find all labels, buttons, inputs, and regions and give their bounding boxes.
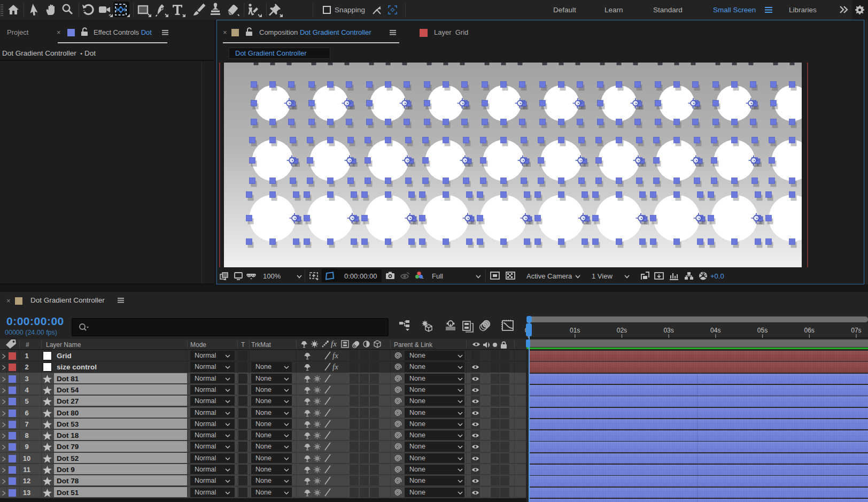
svg-text:03s: 03s: [663, 327, 673, 334]
svg-text:05s: 05s: [757, 327, 768, 334]
svg-text:06s: 06s: [804, 327, 815, 334]
svg-text:01s: 01s: [570, 327, 580, 334]
svg-text:fx: fx: [332, 351, 338, 360]
svg-text:04s: 04s: [710, 327, 720, 334]
svg-text:07s: 07s: [851, 327, 861, 334]
svg-text:fx: fx: [332, 362, 338, 371]
svg-text:02s: 02s: [617, 327, 627, 334]
svg-text:fx: fx: [331, 339, 337, 348]
